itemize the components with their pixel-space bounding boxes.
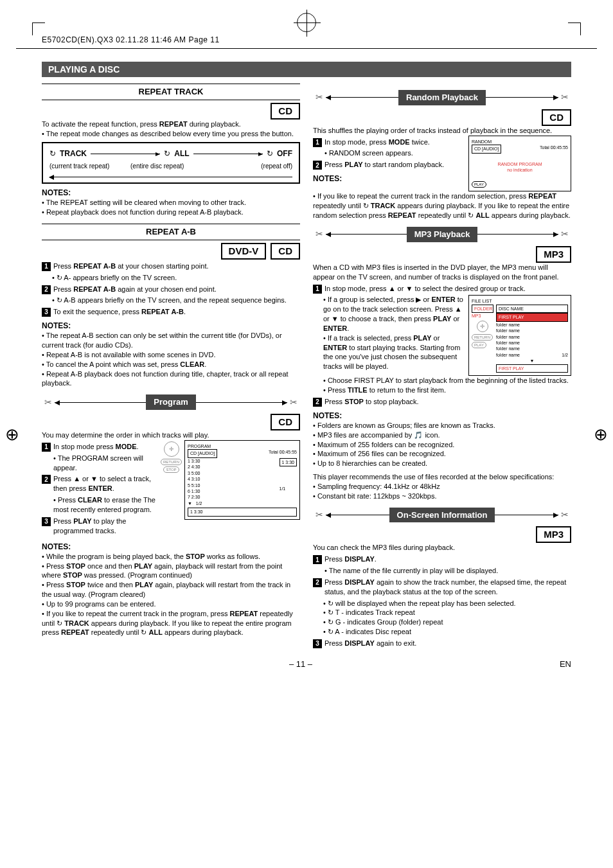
- list-item: Repeat A-B playback does not function du…: [42, 369, 300, 389]
- step: 2Press PLAY to start random playback.: [313, 160, 463, 170]
- badge-mp3: MP3: [536, 526, 571, 543]
- sub-list: If a group is selected, press ▶ or ENTER…: [313, 295, 463, 376]
- sub-item: If a track is selected, press PLAY or EN…: [323, 333, 463, 371]
- screen-msg: RANDOM PROGRAM: [472, 161, 568, 167]
- sub-item: ↻ A- appears briefly on the TV screen.: [52, 273, 300, 283]
- program-screen: PROGRAM CD [AUDIO]Total 00:45:55 1 3:30 …: [184, 440, 300, 520]
- list-item: Folders are known as Groups; files are k…: [313, 421, 571, 430]
- screen-title: PROGRAM: [188, 443, 297, 449]
- remote-nav-diagram: ✛ RETURN STOP: [161, 440, 182, 474]
- ribbon-random: ✂ Random Playback ✂: [313, 90, 571, 105]
- first-play-bar: FIRST PLAY: [496, 364, 568, 373]
- folder-row: folder name: [496, 340, 568, 346]
- step: 2Press REPEAT A-B again at your chosen e…: [42, 285, 300, 294]
- list-item: Up to 99 programs can be entered.: [42, 599, 300, 609]
- heading-repeat-track: REPEAT TRACK: [42, 84, 300, 100]
- list-item: Press STOP twice and then PLAY again, pl…: [42, 580, 300, 599]
- sub-item: ↻ A - indicates Disc repeat: [323, 627, 571, 637]
- screen-right: 1/1: [280, 486, 297, 492]
- screen-page: 1/2: [196, 501, 202, 506]
- notes-heading: NOTES:: [42, 188, 300, 198]
- diag-label: TRACK: [60, 148, 87, 159]
- folder-label: FOLDER: [472, 305, 493, 313]
- right-column: ✂ Random Playback ✂ CD This shuffles the…: [313, 84, 571, 650]
- nav-play: PLAY: [472, 342, 486, 348]
- ribbon-label: Program: [146, 394, 195, 410]
- ribbon-program: ✂ Program ✂: [42, 394, 300, 410]
- ribbon-osd: ✂ On-Screen Information ✂: [313, 508, 571, 523]
- notes-list: Folders are known as Groups; files are k…: [313, 421, 571, 468]
- screen-title: RANDOM: [472, 139, 568, 145]
- sub-item: • The PROGRAM screen will appear.: [42, 454, 155, 473]
- nav-return: RETURN: [161, 459, 182, 465]
- mp3-label: MP3: [472, 313, 493, 319]
- screen-disc: CD [AUDIO]: [188, 449, 217, 457]
- notes-heading: NOTES:: [42, 542, 300, 552]
- sub-item: ↻ A-B appears briefly on the TV screen, …: [52, 296, 300, 305]
- trim-arrow-right: ⊕: [594, 424, 608, 444]
- screen-page: 1/2: [562, 352, 568, 358]
- folder-row: folder name: [496, 352, 520, 358]
- track-row: 6 1:30: [188, 488, 202, 494]
- list-item: Repeat A-B is not available with some sc…: [42, 350, 300, 360]
- screen-title: FILE LIST: [472, 298, 568, 304]
- page-number: – 11 –: [289, 659, 312, 669]
- step: 2Press DISPLAY again to show the track n…: [313, 578, 571, 597]
- list-item: Repeat playback does not function during…: [42, 208, 300, 217]
- page-header: E5702CD(EN).QX3 02.11.28 11:46 AM Page 1…: [42, 35, 571, 44]
- repeat-flow-diagram: ↻TRACK ↻ALL ↻OFF (current track repeat) …: [42, 142, 300, 184]
- random-screen: RANDOM CD [AUDIO]Total 00:45:55 RANDOM P…: [468, 136, 571, 192]
- diag-caption: (repeat off): [211, 162, 292, 171]
- list: The repeat mode changes as described bel…: [42, 129, 300, 139]
- paragraph: To activate the repeat function, press R…: [42, 120, 300, 129]
- paragraph: You may determine the order in which tra…: [42, 430, 300, 440]
- step: 1In stop mode, press ▲ or ▼ to select th…: [313, 284, 571, 294]
- selected-track: 1 3:30: [280, 458, 297, 466]
- nav-play: PLAY: [472, 181, 486, 188]
- sub-list: Choose FIRST PLAY to start playback from…: [313, 376, 571, 395]
- notes-list: While the program is being played back, …: [42, 552, 300, 638]
- track-row: 1 3:30: [188, 458, 202, 464]
- ribbon-label: MP3 Playback: [407, 227, 478, 242]
- paragraph: This player recommends the use of files …: [313, 472, 571, 482]
- repeat-icon: ↻: [267, 148, 273, 159]
- step: 3Press DISPLAY again to exit.: [313, 639, 571, 648]
- sub-item: Choose FIRST PLAY to start playback from…: [323, 376, 571, 385]
- step: 2Press ▲ or ▼ to select a track, then pr…: [42, 474, 155, 493]
- trim-arrow-left: ⊕: [5, 424, 19, 444]
- track-row: 4 3:10: [188, 476, 202, 482]
- list-item: While the program is being played back, …: [42, 552, 300, 562]
- badge-mp3: MP3: [536, 246, 571, 263]
- badge-cd: CD: [271, 414, 300, 430]
- step: 1Press DISPLAY.: [313, 554, 571, 564]
- list-item: Constant bit rate: 112kbps ~ 320kbps.: [313, 492, 571, 501]
- screen-msg: no indication: [472, 167, 568, 173]
- diag-caption: (current track repeat): [49, 162, 130, 171]
- notes-list: The REPEAT setting will be cleared when …: [42, 198, 300, 217]
- list-item: The repeat A-B section can only be set w…: [42, 331, 300, 350]
- diag-label: ALL: [174, 148, 189, 159]
- list-item: The repeat mode changes as described bel…: [42, 129, 300, 139]
- left-column: REPEAT TRACK CD To activate the repeat f…: [42, 84, 300, 650]
- track-row: 7 2:30: [188, 494, 202, 500]
- crop-corner: [32, 22, 45, 35]
- step: 2Press STOP to stop playback.: [313, 397, 571, 407]
- ribbon-mp3: ✂ MP3 Playback ✂: [313, 227, 571, 242]
- first-play: FIRST PLAY: [496, 313, 568, 321]
- step: 3Press PLAY to play the programmed track…: [42, 517, 155, 536]
- disc-name: DISC NAME: [496, 305, 568, 313]
- list-item: Maximum of 256 files can be recognized.: [313, 449, 571, 459]
- badge-dvdv: DVD-V: [221, 243, 267, 260]
- notes-list: If you like to repeat the current track …: [313, 191, 571, 220]
- diag-caption: (entire disc repeat): [130, 162, 211, 171]
- folder-row: folder name: [496, 346, 568, 351]
- list-item: The REPEAT setting will be cleared when …: [42, 198, 300, 208]
- paragraph: You can check the MP3 files during playb…: [313, 543, 571, 553]
- sub-item: ↻ T - indicates Track repeat: [323, 608, 571, 617]
- screen-bottom: 1 3:30: [188, 508, 297, 516]
- badge-cd: CD: [271, 103, 300, 120]
- screen-total: Total 00:45:55: [269, 449, 297, 457]
- repeat-icon: ↻: [49, 148, 56, 159]
- ribbon-label: Random Playback: [398, 90, 486, 105]
- list-item: Up to 8 hierarchies can be created.: [313, 459, 571, 468]
